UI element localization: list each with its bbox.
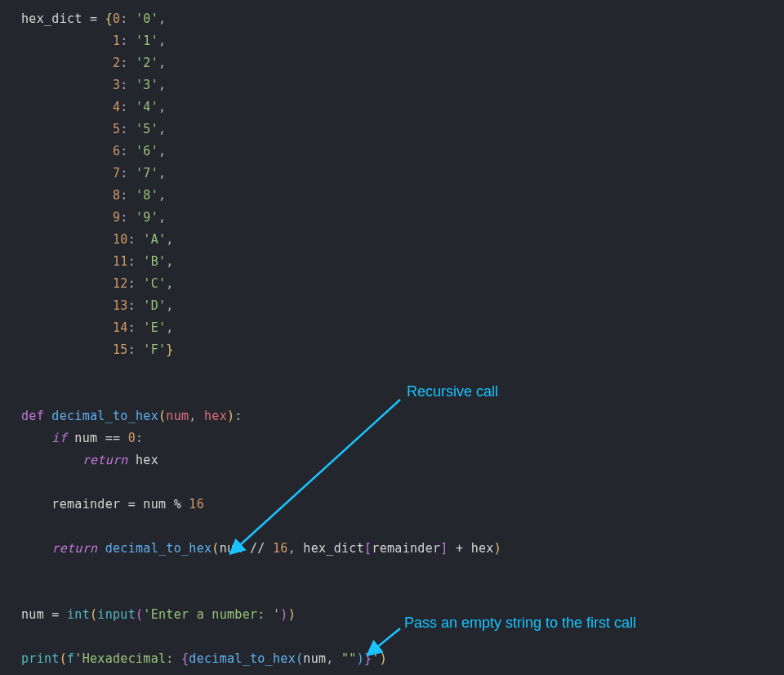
var-hex-dict: hex_dict <box>21 11 82 26</box>
code-block: hex_dict = {0: '0', 1: '1', 2: '2', 3: '… <box>21 8 763 670</box>
